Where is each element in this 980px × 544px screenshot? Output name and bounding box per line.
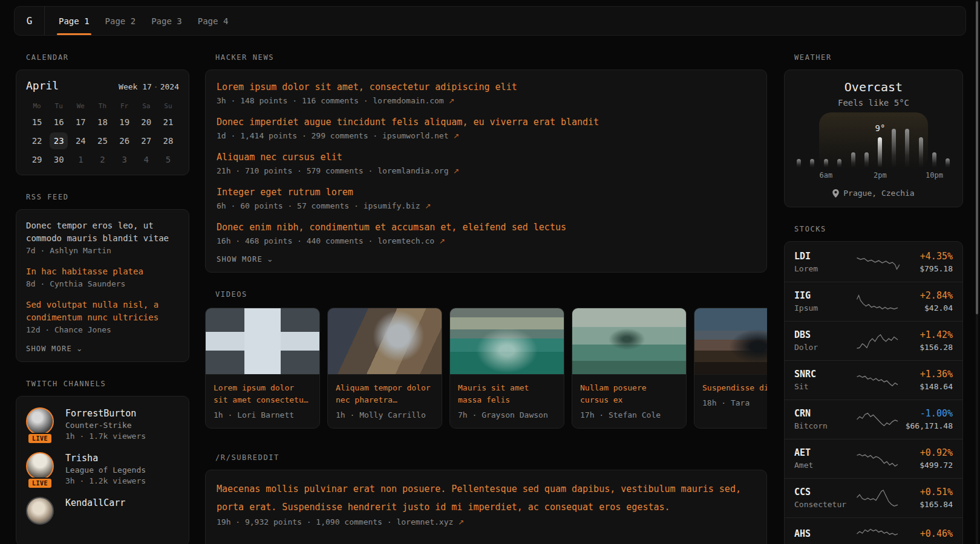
calendar-day[interactable]: 30 [48,150,70,169]
avatar [26,452,54,480]
calendar-day[interactable]: 3 [114,150,136,169]
calendar-day[interactable]: 20 [136,112,157,131]
hn-item[interactable]: Donec enim nibh, condimentum et accumsan… [217,220,756,245]
weather-hourly-chart: 9° [797,116,950,167]
hn-item-domain[interactable]: loremlandia.org [377,166,448,175]
rss-item-title[interactable]: Sed volutpat nulla nisl, a condimentum n… [26,299,179,324]
subreddit-post-domain[interactable]: loremnet.xyz [396,517,453,526]
twitch-channel-name[interactable]: KendallCarr [65,497,125,508]
calendar-day[interactable]: 2 [91,150,113,169]
hn-item-title[interactable]: Lorem ipsum dolor sit amet, consectetur … [217,80,756,94]
hn-item-title[interactable]: Donec imperdiet augue tincidunt felis al… [217,115,756,129]
calendar-day[interactable]: 22 [26,131,48,150]
video-thumbnail[interactable] [206,308,319,375]
rss-item[interactable]: Donec tempor eros leo, ut commodo mauris… [26,219,179,255]
video-card[interactable]: Nullam posuere cursus ex 17h · Stefan Co… [572,308,687,429]
hn-item-domain[interactable]: loremdomain.com [373,96,443,105]
stock-name: Dolor [794,343,856,352]
video-carousel[interactable]: Lorem ipsum dolor sit amet consectetu… 1… [205,308,767,429]
video-card[interactable]: Mauris sit amet massa felis 7h · Grayson… [449,308,564,429]
stock-symbol: DBS [794,329,856,340]
calendar-day[interactable]: 4 [136,150,157,169]
twitch-channel[interactable]: LIVE Trisha League of Legends 3h · 1.2k … [26,452,179,485]
twitch-channel[interactable]: KendallCarr [26,497,179,525]
calendar-day-selected[interactable]: 23 [48,131,70,150]
avatar [26,407,54,435]
calendar-widget: April Week 17·2024 MoTuWeThFrSaSu 15 16 … [16,70,189,175]
video-card[interactable]: Lorem ipsum dolor sit amet consectetu… 1… [205,308,320,429]
stock-row[interactable]: IIG Ipsum +2.84% $42.04 [785,282,962,321]
video-thumbnail[interactable] [328,308,442,375]
video-title[interactable]: Aliquam tempor dolor nec pharetra… [336,382,434,406]
scrollbar-thumb[interactable] [976,1,978,314]
twitch-channel-name[interactable]: ForrestBurton [65,408,146,419]
stock-symbol: SNRC [794,369,856,380]
video-title[interactable]: Nullam posuere cursus ex [580,382,678,406]
stock-row[interactable]: AET Amet +0.92% $499.72 [785,439,962,478]
stock-row[interactable]: CRN Bitcorn -1.00% $66,171.48 [785,400,962,439]
calendar-day[interactable]: 5 [157,150,179,169]
video-thumbnail[interactable] [450,308,564,375]
video-thumbnail[interactable] [694,308,767,375]
hn-item-domain[interactable]: loremtech.co [377,236,434,245]
weather-hour-bar [905,129,909,167]
hn-item[interactable]: Integer eget rutrum lorem 6h · 60 points… [217,185,756,210]
subreddit-post[interactable]: Maecenas mollis pulvinar erat non posuer… [217,480,756,526]
hn-item-domain[interactable]: ipsumify.biz [364,201,420,210]
stock-change: +1.42% [903,329,953,340]
calendar-day[interactable]: 24 [70,131,91,150]
tab-page-2[interactable]: Page 2 [97,7,144,35]
tab-page-3[interactable]: Page 3 [143,7,190,35]
stock-row[interactable]: AHS +0.46% [785,517,962,544]
twitch-channel-game: Counter-Strike [65,421,146,430]
calendar-month: April [26,79,59,92]
rss-item[interactable]: Sed volutpat nulla nisl, a condimentum n… [26,299,179,334]
video-title[interactable]: Lorem ipsum dolor sit amet consectetu… [214,382,312,406]
weather-hour-bar [892,129,896,167]
rss-show-more-button[interactable]: SHOW MORE⌄ [26,345,179,353]
calendar-day[interactable]: 17 [70,112,91,131]
hn-item-title[interactable]: Aliquam nec cursus elit [217,150,756,164]
calendar-day[interactable]: 26 [114,131,136,150]
calendar-day[interactable]: 16 [48,112,70,131]
hn-item-title[interactable]: Donec enim nibh, condimentum et accumsan… [217,220,756,235]
twitch-channel[interactable]: LIVE ForrestBurton Counter-Strike 1h · 1… [26,407,179,441]
hn-item[interactable]: Donec imperdiet augue tincidunt felis al… [217,115,756,140]
stock-row[interactable]: SNRC Sit +1.36% $148.64 [785,360,962,400]
stock-row[interactable]: CCS Consectetur +0.51% $165.84 [785,478,962,517]
tab-page-1[interactable]: Page 1 [51,7,97,35]
calendar-day[interactable]: 28 [157,131,179,150]
hn-item-title[interactable]: Integer eget rutrum lorem [217,185,756,199]
hn-item[interactable]: Aliquam nec cursus elit 21h · 710 points… [217,150,756,175]
stock-change: +0.46% [903,528,953,539]
tab-page-4[interactable]: Page 4 [190,7,237,35]
twitch-channel-name[interactable]: Trisha [65,453,146,464]
video-card[interactable]: Aliquam tempor dolor nec pharetra… 1h · … [327,308,442,429]
rss-item-title[interactable]: In hac habitasse platea [26,265,179,278]
stock-row[interactable]: LDI Lorem +4.35% $795.18 [785,243,962,282]
subreddit-post-title[interactable]: Maecenas mollis pulvinar erat non posuer… [217,480,756,516]
video-card[interactable]: Suspendisse diam 18h · Tara [694,308,767,429]
weather-hour-bar [797,159,801,167]
video-title[interactable]: Mauris sit amet massa felis [458,382,556,406]
twitch-channel-viewers: 1h · 1.7k viewers [65,432,146,441]
hn-show-more-button[interactable]: SHOW MORE⌄ [217,255,756,264]
stock-row[interactable]: DBS Dolor +1.42% $156.28 [785,321,962,360]
calendar-day[interactable]: 29 [26,150,48,169]
calendar-day[interactable]: 15 [26,112,48,131]
calendar-day[interactable]: 18 [91,112,113,131]
hn-item[interactable]: Lorem ipsum dolor sit amet, consectetur … [217,80,756,105]
rss-item-title[interactable]: Donec tempor eros leo, ut commodo mauris… [26,219,179,245]
rss-item[interactable]: In hac habitasse platea 8d · Cynthia Sau… [26,265,179,288]
calendar-day[interactable]: 27 [136,131,157,150]
calendar-day[interactable]: 19 [114,112,136,131]
hn-item-domain[interactable]: ipsumworld.net [382,131,449,140]
video-thumbnail[interactable] [572,308,686,375]
calendar-day[interactable]: 25 [91,131,113,150]
stock-price: $156.28 [903,343,953,352]
app-logo[interactable]: G [15,7,45,35]
calendar-day[interactable]: 21 [157,112,179,131]
video-title[interactable]: Suspendisse diam [702,382,767,394]
calendar-day[interactable]: 1 [70,150,91,169]
twitch-list: LIVE ForrestBurton Counter-Strike 1h · 1… [26,407,179,525]
